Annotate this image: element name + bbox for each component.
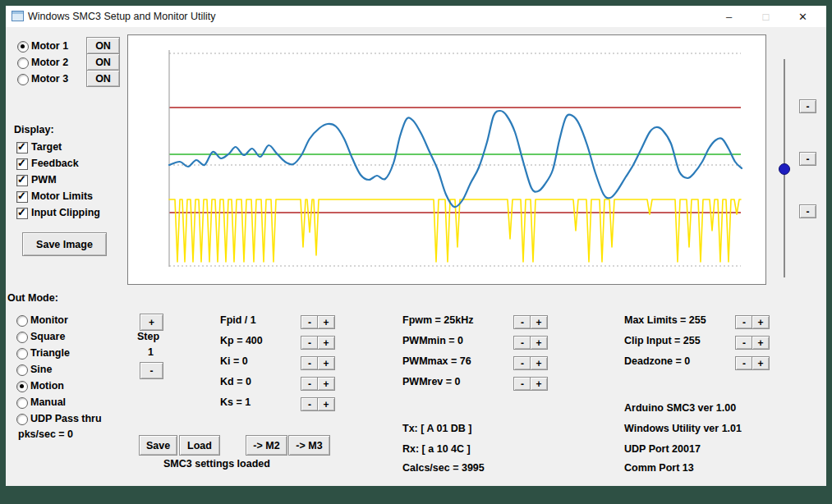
out-mode-monitor-radio[interactable] [16,315,28,327]
deadzone-plus-button[interactable]: + [752,356,770,370]
rx-status-text: Rx: [ a 10 4C ] [402,442,471,456]
scale-minus-button-middle[interactable]: - [799,152,816,166]
ks-label: Ks = 1 [220,396,251,409]
step-increment-button[interactable]: + [140,314,163,331]
ks-plus-button[interactable]: + [317,397,335,411]
max-limits-plus-button[interactable]: + [752,315,770,329]
ki-plus-button[interactable]: + [317,356,335,370]
copy-to-m3-button[interactable]: -> M3 [288,435,330,456]
pwmrev-label: PWMrev = 0 [402,375,461,388]
display-heading: Display: [14,123,54,136]
step-value: 1 [140,346,162,359]
motor-limits-checkbox[interactable] [16,191,28,203]
maximize-button[interactable]: □ [747,6,784,27]
pwmmin-plus-button[interactable]: + [530,336,548,350]
fpid-label: Fpid / 1 [220,314,256,327]
copy-to-m2-button[interactable]: -> M2 [246,435,287,456]
vertical-slider-thumb[interactable] [779,163,790,175]
close-button[interactable]: ✕ [784,6,821,27]
max-limits-minus-button[interactable]: - [735,315,753,329]
pwmmin-label: PWMmin = 0 [402,334,463,347]
fpwm-plus-button[interactable]: + [530,315,548,329]
motor-limits-checkbox-label[interactable]: Motor Limits [31,190,93,203]
motor3-label[interactable]: Motor 3 [31,72,68,85]
comm-port-text: Comm Port 13 [624,461,694,474]
out-mode-triangle-label[interactable]: Triangle [30,346,70,360]
kp-label: Kp = 400 [220,334,263,347]
target-checkbox[interactable] [16,142,28,153]
kp-plus-button[interactable]: + [317,336,335,350]
window-title: Windows SMC3 Setup and Monitor Utility [28,10,216,23]
out-mode-sine-label[interactable]: Sine [30,363,52,376]
motor3-on-button[interactable]: ON [86,70,120,87]
clip-input-label: Clip Input = 255 [624,334,701,347]
pks-per-sec-label: pks/sec = 0 [18,428,73,441]
feedback-checkbox-label[interactable]: Feedback [31,157,79,170]
pwm-checkbox[interactable] [16,175,28,186]
input-clipping-checkbox-label[interactable]: Input Clipping [31,206,100,219]
motor1-label[interactable]: Motor 1 [31,39,68,53]
out-mode-monitor-label[interactable]: Monitor [30,314,68,327]
load-settings-button[interactable]: Load [179,435,220,456]
tx-status-text: Tx: [ A 01 DB ] [402,422,472,435]
scale-minus-button-bottom[interactable]: - [799,204,816,218]
pwmmax-plus-button[interactable]: + [530,356,548,370]
calcs-per-sec-text: Calcs/sec = 3995 [402,461,485,474]
scale-minus-button-top[interactable]: - [799,99,816,113]
fpwm-minus-button[interactable]: - [513,315,531,329]
deadzone-minus-button[interactable]: - [735,356,753,370]
motor1-radio[interactable] [17,41,29,53]
step-decrement-button[interactable]: - [140,362,163,379]
window-frame: Windows SMC3 Setup and Monitor Utility –… [0,0,832,504]
pwmmax-minus-button[interactable]: - [513,356,531,370]
minimize-button[interactable]: – [710,6,747,27]
out-mode-udp-label[interactable]: UDP Pass thru [30,412,102,425]
target-checkbox-label[interactable]: Target [31,140,62,153]
out-mode-triangle-radio[interactable] [16,348,28,360]
out-mode-square-label[interactable]: Square [30,330,65,343]
motor1-on-button[interactable]: ON [86,37,120,54]
pwmrev-minus-button[interactable]: - [513,377,531,391]
motor2-on-button[interactable]: ON [86,53,120,71]
out-mode-sine-radio[interactable] [16,364,28,376]
out-mode-heading: Out Mode: [7,291,58,305]
kd-label: Kd = 0 [220,375,251,388]
motor3-radio[interactable] [17,74,29,85]
title-bar: Windows SMC3 Setup and Monitor Utility [6,6,826,28]
motor2-label[interactable]: Motor 2 [31,56,68,69]
kd-plus-button[interactable]: + [317,377,335,391]
fpid-plus-button[interactable]: + [317,315,335,329]
utility-version-text: Windows Utility ver 1.01 [624,422,742,435]
out-mode-udp-radio[interactable] [16,414,28,425]
input-clipping-checkbox[interactable] [16,208,28,219]
deadzone-label: Deadzone = 0 [624,355,690,368]
fpid-minus-button[interactable]: - [301,315,319,329]
fpwm-label: Fpwm = 25kHz [402,314,474,327]
save-image-button[interactable]: Save Image [22,232,107,256]
out-mode-motion-radio[interactable] [16,381,28,392]
step-label: Step [137,330,159,343]
feedback-checkbox[interactable] [16,158,28,170]
ki-minus-button[interactable]: - [301,356,319,370]
kd-minus-button[interactable]: - [301,377,319,391]
max-limits-label: Max Limits = 255 [624,314,706,327]
kp-minus-button[interactable]: - [301,336,319,350]
arduino-version-text: Arduino SMC3 ver 1.00 [624,401,736,415]
app-icon [11,11,24,21]
pwmmin-minus-button[interactable]: - [513,336,531,350]
scope-plot [128,35,765,284]
out-mode-motion-label[interactable]: Motion [30,379,64,392]
pwmrev-plus-button[interactable]: + [530,377,548,391]
out-mode-square-radio[interactable] [16,332,28,343]
pwm-checkbox-label[interactable]: PWM [31,173,57,186]
udp-port-text: UDP Port 20017 [624,442,701,456]
ki-label: Ki = 0 [220,355,248,368]
motor2-radio[interactable] [17,57,29,69]
scope-chart [127,34,766,285]
clip-input-plus-button[interactable]: + [752,336,770,350]
clip-input-minus-button[interactable]: - [735,336,753,350]
save-settings-button[interactable]: Save [139,435,177,456]
out-mode-manual-radio[interactable] [16,397,28,409]
ks-minus-button[interactable]: - [301,397,319,411]
out-mode-manual-label[interactable]: Manual [30,396,66,409]
